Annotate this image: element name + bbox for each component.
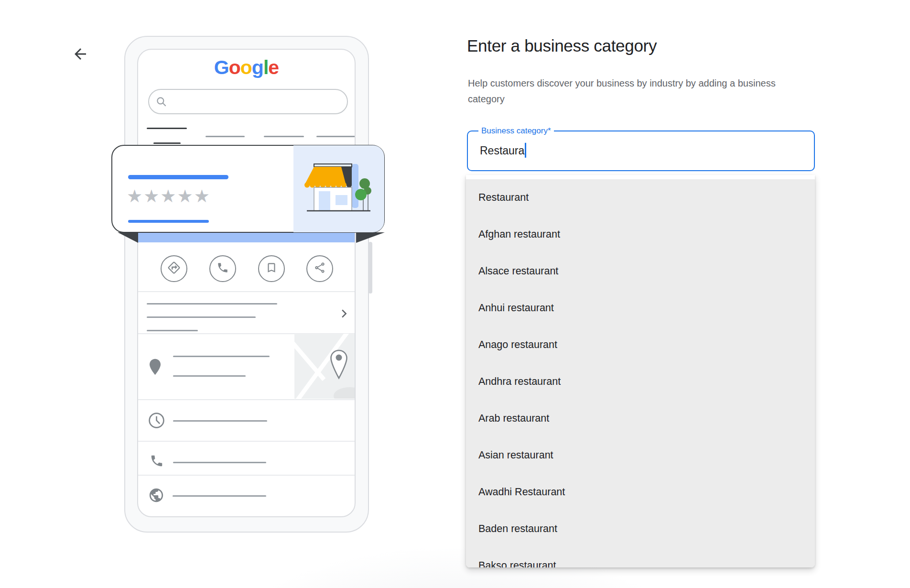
action-icons-row xyxy=(138,255,355,285)
review-count-placeholder xyxy=(128,220,209,223)
location-pin-icon xyxy=(150,359,161,377)
logo-letter: G xyxy=(214,56,229,78)
skeleton-line xyxy=(173,462,266,463)
bookmark-icon xyxy=(265,261,278,276)
field-text: Restaura xyxy=(480,144,524,156)
back-button[interactable] xyxy=(71,45,90,64)
skeleton-line xyxy=(147,316,256,318)
divider xyxy=(138,399,355,400)
logo-letter: g xyxy=(252,56,263,78)
directions-icon xyxy=(167,261,181,277)
clock-icon xyxy=(148,412,165,431)
suggestion-item[interactable]: Baden restaurant xyxy=(466,511,815,547)
business-name-placeholder xyxy=(128,175,228,179)
call-button xyxy=(209,255,236,282)
call-icon xyxy=(150,454,164,470)
suggestion-item[interactable]: Afghan restaurant xyxy=(466,216,815,253)
suggestion-item[interactable]: Arab restaurant xyxy=(466,400,815,437)
skeleton-line xyxy=(147,128,187,129)
text-cursor xyxy=(525,143,526,158)
suggestion-item[interactable]: Restaurant xyxy=(466,179,815,216)
globe-icon xyxy=(148,487,164,505)
suggestion-item[interactable]: Bakso restaurant xyxy=(466,547,815,567)
business-preview-card: ★★★★★ xyxy=(111,145,385,233)
share-button xyxy=(306,255,333,282)
phone-scrollbar xyxy=(368,242,372,294)
page-subtitle: Help customers discover your business by… xyxy=(468,76,784,107)
page-title: Enter a business category xyxy=(467,36,657,55)
business-category-input[interactable]: Business category* Restaura xyxy=(467,131,815,171)
chevron-right-icon xyxy=(337,307,350,322)
suggestion-item[interactable]: Anhui restaurant xyxy=(466,290,815,327)
phone-illustration: Google xyxy=(124,36,369,533)
skeleton-line xyxy=(147,330,198,331)
listing-header-bar xyxy=(138,232,355,242)
save-button xyxy=(258,255,285,282)
skeleton-line xyxy=(264,136,304,137)
divider xyxy=(138,291,355,292)
arrow-back-icon xyxy=(72,57,89,64)
search-bar xyxy=(148,89,348,114)
logo-letter: l xyxy=(263,56,268,78)
phone-screen: Google xyxy=(137,49,356,517)
category-suggestions: Restaurant Afghan restaurantAlsace resta… xyxy=(466,175,815,567)
skeleton-line xyxy=(206,136,245,137)
logo-letter: o xyxy=(229,56,240,78)
rating-stars: ★★★★★ xyxy=(127,186,211,207)
skeleton-line xyxy=(147,303,277,305)
suggestion-item[interactable]: Asian restaurant xyxy=(466,437,815,474)
suggestion-item[interactable]: Andhra restaurant xyxy=(466,363,815,400)
field-label: Business category* xyxy=(478,126,554,136)
google-logo: Google xyxy=(138,56,355,79)
skeleton-line xyxy=(316,136,356,137)
storefront-panel xyxy=(293,145,384,232)
skeleton-line xyxy=(173,356,270,357)
suggestion-item[interactable]: Alsace restaurant xyxy=(466,253,815,290)
divider xyxy=(138,475,355,476)
logo-letter: e xyxy=(268,56,279,78)
call-icon xyxy=(217,261,229,276)
skeleton-line xyxy=(153,142,181,144)
map-thumbnail xyxy=(294,334,356,399)
share-icon xyxy=(314,261,326,276)
field-value: Restaura xyxy=(480,144,526,157)
logo-letter: o xyxy=(240,56,252,78)
directions-button xyxy=(161,255,187,282)
divider xyxy=(138,441,355,442)
suggestion-item[interactable]: Anago restaurant xyxy=(466,327,815,363)
skeleton-line xyxy=(173,495,266,497)
suggestion-item[interactable]: Awadhi Restaurant xyxy=(466,474,815,511)
skeleton-line xyxy=(173,420,267,422)
page: Google xyxy=(0,0,910,588)
skeleton-line xyxy=(173,375,246,377)
